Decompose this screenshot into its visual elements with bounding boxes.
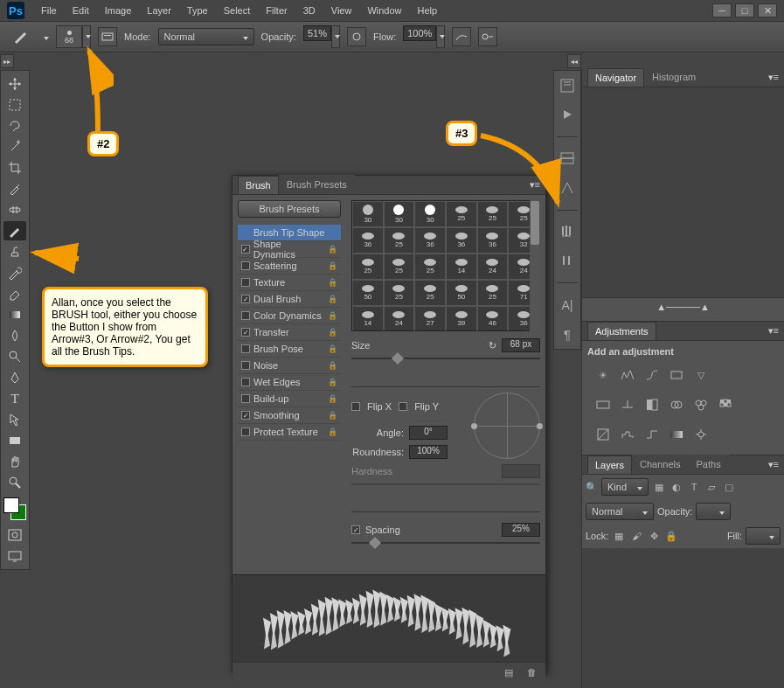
size-pressure-toggle[interactable] xyxy=(478,27,497,46)
lock-transparent-icon[interactable]: ▦ xyxy=(612,530,626,542)
properties-panel-icon[interactable] xyxy=(557,149,578,168)
blur-tool[interactable] xyxy=(3,326,26,345)
navigator-tab[interactable]: Navigator xyxy=(587,68,644,87)
pen-tool[interactable] xyxy=(3,368,26,387)
menu-edit[interactable]: Edit xyxy=(65,5,97,16)
paragraph-panel-icon[interactable]: ¶ xyxy=(557,325,578,344)
minimize-button[interactable]: ─ xyxy=(712,3,732,17)
brush-preset-dropdown[interactable] xyxy=(82,25,91,48)
filter-shape-icon[interactable]: ▱ xyxy=(704,481,718,493)
filter-pixel-icon[interactable]: ▦ xyxy=(652,481,666,493)
checkbox[interactable] xyxy=(241,245,250,254)
channel-mixer-icon[interactable] xyxy=(692,397,710,413)
zoom-slider-icon[interactable]: ▲─────▲ xyxy=(656,302,710,312)
brush-tip[interactable]: 25 xyxy=(477,201,509,227)
brush-tip[interactable]: 36 xyxy=(446,227,477,254)
new-brush-icon[interactable]: ▤ xyxy=(502,666,516,678)
panel-menu-icon[interactable]: ▾≡ xyxy=(763,68,784,87)
brush-tip[interactable]: 25 xyxy=(384,254,415,280)
layers-list[interactable] xyxy=(582,548,784,688)
brush-tool[interactable] xyxy=(3,221,26,240)
brush-tab[interactable]: Brush xyxy=(238,176,279,194)
filter-smart-icon[interactable]: ▢ xyxy=(722,481,736,493)
marquee-tool[interactable] xyxy=(3,95,26,115)
brush-setting-color-dynamics[interactable]: Color Dynamics🔒 xyxy=(238,308,341,324)
checkbox[interactable] xyxy=(241,261,250,270)
brush-setting-transfer[interactable]: Transfer🔒 xyxy=(238,324,341,341)
brush-tip[interactable]: 50 xyxy=(446,280,477,306)
brush-setting-protect-texture[interactable]: Protect Texture🔒 xyxy=(238,424,341,441)
angle-diagram[interactable] xyxy=(474,393,540,459)
checkbox[interactable] xyxy=(241,427,250,436)
flow-dropdown[interactable] xyxy=(436,25,445,48)
move-tool[interactable] xyxy=(3,74,26,94)
lock-all-icon[interactable]: 🔒 xyxy=(664,530,678,542)
gradient-map-icon[interactable] xyxy=(668,427,685,442)
spacing-slider[interactable] xyxy=(351,537,540,566)
layer-opacity-input[interactable] xyxy=(696,503,731,520)
levels-icon[interactable] xyxy=(619,367,636,383)
lock-icon[interactable]: 🔒 xyxy=(328,261,337,270)
brush-tip[interactable]: 14 xyxy=(446,254,477,280)
brush-setting-build-up[interactable]: Build-up🔒 xyxy=(238,391,341,407)
crop-tool[interactable] xyxy=(3,158,26,177)
reset-size-icon[interactable]: ↻ xyxy=(489,340,496,351)
close-button[interactable]: ✕ xyxy=(758,3,777,17)
vibrance-icon[interactable]: ▽ xyxy=(692,367,710,383)
rectangle-tool[interactable] xyxy=(3,431,26,450)
dodge-tool[interactable] xyxy=(3,347,26,366)
color-balance-icon[interactable] xyxy=(619,397,636,413)
blend-mode-select[interactable]: Normal xyxy=(586,503,654,520)
lock-icon[interactable]: 🔒 xyxy=(328,344,337,353)
menu-help[interactable]: Help xyxy=(410,5,446,16)
brush-panel-toggle[interactable] xyxy=(98,27,117,46)
brush-setting-brush-pose[interactable]: Brush Pose🔒 xyxy=(238,341,341,358)
size-input[interactable]: 68 px xyxy=(502,338,540,352)
lock-icon[interactable]: 🔒 xyxy=(328,411,337,420)
menu-layer[interactable]: Layer xyxy=(139,5,179,16)
brush-tip[interactable]: 36 xyxy=(352,227,384,254)
gradient-tool[interactable] xyxy=(3,305,26,324)
delete-brush-icon[interactable]: 🗑 xyxy=(524,666,538,678)
lock-icon[interactable]: 🔒 xyxy=(328,278,337,287)
screen-mode-button[interactable] xyxy=(3,546,26,566)
type-tool[interactable]: T xyxy=(3,389,26,408)
history-brush-tool[interactable] xyxy=(3,263,26,282)
brush-panel-icon[interactable] xyxy=(557,222,578,240)
clone-stamp-tool[interactable] xyxy=(3,242,26,261)
brush-tip[interactable]: 24 xyxy=(477,254,509,280)
zoom-tool[interactable] xyxy=(3,473,26,492)
checkbox[interactable] xyxy=(241,378,250,386)
invert-icon[interactable] xyxy=(594,427,612,442)
eraser-tool[interactable] xyxy=(3,284,26,303)
checkbox[interactable] xyxy=(241,411,250,420)
curves-icon[interactable] xyxy=(643,367,661,383)
checkbox[interactable] xyxy=(241,328,250,337)
spacing-input[interactable]: 25% xyxy=(502,523,540,537)
brush-tip[interactable]: 27 xyxy=(414,306,446,331)
selective-color-icon[interactable] xyxy=(692,427,710,442)
menu-filter[interactable]: Filter xyxy=(258,5,295,16)
brush-tip[interactable]: 14 xyxy=(352,306,384,331)
expand-toolbox[interactable]: ▸▸ xyxy=(0,54,14,68)
lasso-tool[interactable] xyxy=(3,116,26,136)
angle-input[interactable]: 0° xyxy=(409,426,448,440)
lock-pixels-icon[interactable]: 🖌 xyxy=(629,530,643,542)
layer-fill-input[interactable] xyxy=(746,527,781,545)
collapse-right-panels[interactable]: ◂◂ xyxy=(567,54,581,68)
brush-setting-scattering[interactable]: Scattering🔒 xyxy=(238,258,341,275)
brush-tip[interactable]: 25 xyxy=(414,280,446,306)
brush-panel-menu-icon[interactable]: ▾≡ xyxy=(524,176,545,194)
layers-tab[interactable]: Layers xyxy=(587,455,632,474)
layer-filter-dropdown[interactable]: Kind xyxy=(601,478,649,496)
histogram-tab[interactable]: Histogram xyxy=(644,67,704,87)
tips-scrollbar[interactable] xyxy=(530,200,540,331)
brush-tip[interactable]: 30 xyxy=(352,201,384,227)
layers-menu-icon[interactable]: ▾≡ xyxy=(763,455,784,474)
opacity-pressure-toggle[interactable] xyxy=(347,27,366,46)
adjustments-menu-icon[interactable]: ▾≡ xyxy=(763,322,784,340)
menu-image[interactable]: Image xyxy=(97,5,140,16)
paths-tab[interactable]: Paths xyxy=(689,455,729,474)
brush-setting-dual-brush[interactable]: Dual Brush🔒 xyxy=(238,291,341,308)
filter-adjust-icon[interactable]: ◐ xyxy=(670,481,683,493)
